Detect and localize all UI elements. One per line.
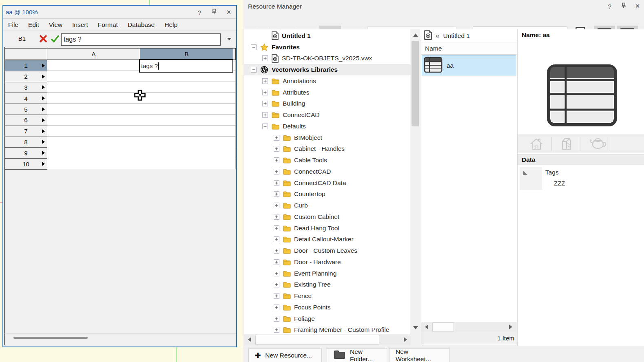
tree-item-building[interactable]: Building <box>244 98 410 110</box>
cell-B1-editing[interactable]: tags ? <box>139 59 233 73</box>
cell-B3[interactable] <box>140 82 233 93</box>
row-header-3[interactable]: 3 <box>4 82 47 93</box>
expander-plus-icon[interactable] <box>274 259 279 265</box>
tree-item-door-hardware[interactable]: Door - Hardware <box>244 256 410 268</box>
browser-hscroll-left-button[interactable] <box>422 322 431 331</box>
teapot-preview-icon[interactable] <box>588 136 609 153</box>
row-header-6[interactable]: 6 <box>4 115 47 126</box>
row-header-8[interactable]: 8 <box>4 137 47 148</box>
tree-item-dead-hang-tool[interactable]: Dead Hang Tool <box>244 223 410 234</box>
new-worksheet-button[interactable]: New Worksheet... <box>389 348 449 362</box>
cell-stub2[interactable] <box>233 71 236 82</box>
column-header-B[interactable]: B <box>140 48 233 60</box>
tree-item-defaults[interactable]: Defaults <box>244 121 410 132</box>
tree-hscroll-left-button[interactable] <box>245 335 255 344</box>
expander-plus-icon[interactable] <box>274 282 279 287</box>
close-icon[interactable]: ✕ <box>634 2 641 10</box>
tree-item-foliage[interactable]: Foliage <box>244 313 410 324</box>
expander-minus-icon[interactable] <box>262 124 268 129</box>
tree-item-sd-tb-ok-objets-v2025-vwx[interactable]: SD-TB-OK-OBJETS_v2025.vwx <box>244 53 410 64</box>
cell-stub5[interactable] <box>233 104 236 115</box>
browser-hscroll-thumb[interactable] <box>432 322 454 331</box>
tree-item-cable-tools[interactable]: Cable Tools <box>244 155 410 166</box>
expander-plus-icon[interactable] <box>274 305 279 310</box>
tree-vscroll-thumb[interactable] <box>412 41 419 126</box>
carton-preview-icon[interactable] <box>558 136 574 153</box>
expander-plus-icon[interactable] <box>274 203 279 208</box>
tree-item-vectorworks-libraries[interactable]: Vectorworks Libraries <box>244 64 410 75</box>
expander-plus-icon[interactable] <box>274 248 279 254</box>
tree-item-bimobject[interactable]: BIMobject <box>244 132 410 143</box>
cell-stub1[interactable] <box>233 60 236 71</box>
help-icon[interactable]: ? <box>606 3 613 10</box>
expanded-triangle-icon[interactable] <box>523 171 527 175</box>
expander-plus-icon[interactable] <box>274 327 279 333</box>
expander-plus-icon[interactable] <box>274 146 279 152</box>
row-header-4[interactable]: 4 <box>4 93 47 104</box>
cell-B5[interactable] <box>140 104 233 115</box>
browser-hscroll-right-button[interactable] <box>506 322 515 331</box>
cell-A9[interactable] <box>47 147 140 158</box>
expander-plus-icon[interactable] <box>262 112 268 118</box>
resource-item-aa[interactable]: aa <box>422 55 516 75</box>
expander-plus-icon[interactable] <box>274 293 279 299</box>
cell-A5[interactable] <box>47 104 140 115</box>
cell-A3[interactable] <box>47 82 140 93</box>
tree-item-connectcad[interactable]: ConnectCAD <box>244 166 410 177</box>
row-header-2[interactable]: 2 <box>4 71 47 82</box>
expander-plus-icon[interactable] <box>274 180 279 186</box>
cell-stub6[interactable] <box>233 115 236 126</box>
cell-stub7[interactable] <box>233 126 236 137</box>
cell-stub10[interactable] <box>233 158 236 169</box>
expander-plus-icon[interactable] <box>274 271 279 276</box>
expander-plus-icon[interactable] <box>274 225 279 231</box>
cell-A6[interactable] <box>47 115 140 126</box>
cell-stub3[interactable] <box>233 82 236 93</box>
cell-A7[interactable] <box>47 126 140 137</box>
tree-item-connectcad[interactable]: ConnectCAD <box>244 109 410 121</box>
expander-plus-icon[interactable] <box>262 55 268 61</box>
column-header-A[interactable]: A <box>47 48 140 60</box>
expander-minus-icon[interactable] <box>251 67 257 73</box>
new-folder-button[interactable]: New Folder... <box>327 348 387 362</box>
tree-item-connectcad-data[interactable]: ConnectCAD Data <box>244 177 410 189</box>
row-header-7[interactable]: 7 <box>4 126 47 137</box>
tree-item-curb[interactable]: Curb <box>244 200 410 211</box>
tree-item-annotations[interactable]: Annotations <box>244 75 410 87</box>
cell-A2[interactable] <box>47 71 140 82</box>
grid-corner[interactable] <box>4 48 47 60</box>
cell-stub8[interactable] <box>233 137 236 148</box>
tree-item-focus-points[interactable]: Focus Points <box>244 302 410 313</box>
cell-B9[interactable] <box>140 147 233 158</box>
expander-minus-icon[interactable] <box>251 44 257 50</box>
cell-A4[interactable] <box>47 93 140 104</box>
expander-plus-icon[interactable] <box>274 169 279 174</box>
tree-vscroll-down-button[interactable] <box>410 324 420 332</box>
name-column-header[interactable]: Name <box>421 42 517 55</box>
back-chevrons-icon[interactable]: « <box>436 32 439 40</box>
tree-item-door-custom-leaves[interactable]: Door - Custom Leaves <box>244 245 410 256</box>
tree-item-existing-tree[interactable]: Existing Tree <box>244 279 410 291</box>
expander-plus-icon[interactable] <box>262 90 268 95</box>
tree-item-detail-callout-marker[interactable]: Detail Callout-Marker <box>244 234 410 245</box>
house-preview-icon[interactable] <box>528 136 544 153</box>
expander-plus-icon[interactable] <box>262 78 268 84</box>
tree-hscroll-thumb[interactable] <box>255 335 379 344</box>
expander-plus-icon[interactable] <box>274 191 279 197</box>
cell-B6[interactable] <box>140 115 233 126</box>
expander-plus-icon[interactable] <box>274 157 279 163</box>
tree-item-fence[interactable]: Fence <box>244 290 410 302</box>
new-resource-button[interactable]: ✚ New Resource... <box>248 348 322 362</box>
tree-item-event-planning[interactable]: Event Planning <box>244 268 410 279</box>
cell-B8[interactable] <box>140 137 233 148</box>
worksheet-hscroll-thumb[interactable] <box>13 337 88 339</box>
cell-B7[interactable] <box>140 126 233 137</box>
tree-item-untitled-1[interactable]: Untitled 1 <box>244 30 410 42</box>
tree-item-countertop[interactable]: Countertop <box>244 189 410 200</box>
cell-A1[interactable] <box>47 60 140 71</box>
row-header-9[interactable]: 9 <box>4 147 47 159</box>
cell-stub4[interactable] <box>233 93 236 104</box>
expander-plus-icon[interactable] <box>274 135 279 141</box>
tree-hscroll-right-button[interactable] <box>401 335 410 344</box>
cell-A8[interactable] <box>47 137 140 148</box>
